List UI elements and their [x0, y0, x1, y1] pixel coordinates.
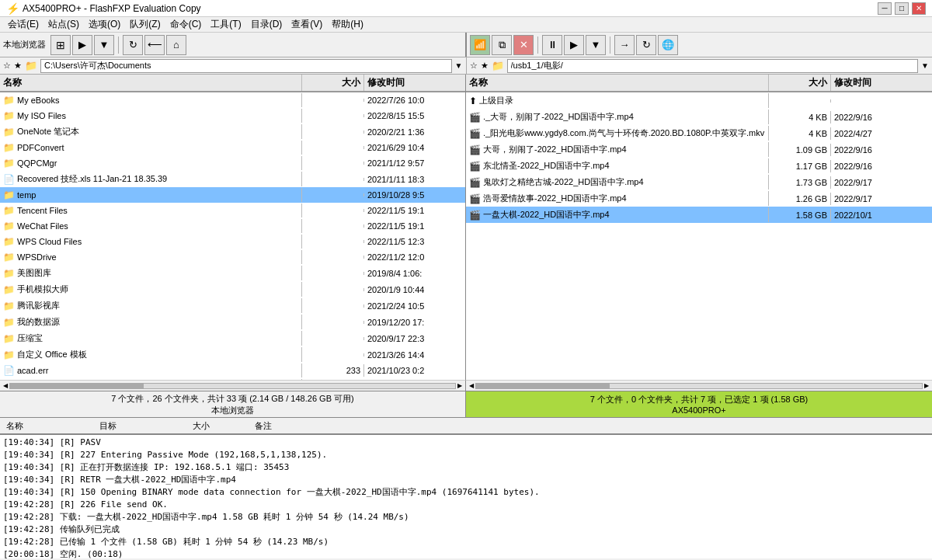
local-address-input[interactable]: [40, 59, 452, 73]
local-file-row[interactable]: 📁 QQPCMgr 2021/1/12 9:57: [0, 155, 465, 171]
local-btn-refresh[interactable]: ↻: [123, 35, 143, 55]
local-btn-home[interactable]: ⌂: [166, 35, 186, 55]
remote-scroll-left[interactable]: ◀: [468, 382, 475, 389]
local-file-name[interactable]: 📁 手机模拟大师: [0, 282, 302, 297]
local-scroll-track[interactable]: [9, 383, 456, 389]
local-btn-arrow[interactable]: ▼: [94, 35, 114, 55]
local-file-name[interactable]: 📁 WPSDrive: [0, 250, 302, 264]
local-file-name[interactable]: 📁 My eBooks: [0, 93, 302, 107]
local-col-date[interactable]: 修改时间: [364, 75, 465, 91]
remote-file-row[interactable]: 🎬 东北情圣-2022_HD国语中字.mp4 1.17 GB 2022/9/16: [466, 158, 932, 174]
remote-scroll-right[interactable]: ▶: [923, 382, 930, 389]
remote-file-row[interactable]: 🎬 ._阳光电影www.ygdy8.com.尚气与十环传奇.2020.BD.10…: [466, 125, 932, 141]
local-file-row[interactable]: 📁 PDFConvert 2021/6/29 10:4: [0, 140, 465, 155]
remote-file-name[interactable]: 🎬 浩哥爱情故事-2022_HD国语中字.mp4: [466, 191, 769, 206]
local-file-name[interactable]: 📁 temp: [0, 188, 302, 202]
remote-file-row[interactable]: 🎬 鬼吹灯之精绝古城-2022_HD国语中字.mp4 1.73 GB 2022/…: [466, 174, 932, 190]
remote-btn-copy[interactable]: ⧉: [492, 35, 512, 55]
local-file-name[interactable]: 📁 WeChat Files: [0, 219, 302, 233]
remote-scroll-thumb[interactable]: [476, 384, 610, 388]
remote-btn-play[interactable]: ▶: [564, 35, 584, 55]
local-file-name[interactable]: 📁 腾讯影视库: [0, 298, 302, 313]
remote-file-name[interactable]: 🎬 ._大哥，别闹了-2022_HD国语中字.mp4: [466, 110, 769, 124]
remote-file-name[interactable]: 🎬 一盘大棋-2022_HD国语中字.mp4: [466, 207, 769, 222]
local-btn1[interactable]: ⊞: [50, 35, 71, 55]
remote-file-row[interactable]: 🎬 大哥，别闹了-2022_HD国语中字.mp4 1.09 GB 2022/9/…: [466, 141, 932, 158]
local-file-row[interactable]: 📁 My ISO Files 2022/8/15 15:5: [0, 108, 465, 123]
close-button[interactable]: ✕: [912, 2, 926, 15]
remote-btn-pause[interactable]: ⏸: [542, 35, 562, 55]
remote-file-row[interactable]: 🎬 一盘大棋-2022_HD国语中字.mp4 1.58 GB 2022/10/1: [466, 207, 932, 223]
local-address-dropdown[interactable]: ▼: [455, 61, 463, 70]
menu-duilie[interactable]: 队列(Z): [125, 17, 165, 32]
remote-file-name[interactable]: ⬆ 上级目录: [466, 93, 769, 108]
remote-file-row[interactable]: 🎬 ._大哥，别闹了-2022_HD国语中字.mp4 4 KB 2022/9/1…: [466, 109, 932, 125]
local-col-size[interactable]: 大小: [302, 75, 364, 91]
menu-mulu[interactable]: 目录(D): [246, 17, 287, 32]
local-file-name[interactable]: 📁 WPS Cloud Files: [0, 235, 302, 249]
local-file-row[interactable]: 📄 Recovered 技经.xls 11-Jan-21 18.35.39 20…: [0, 171, 465, 187]
local-file-row[interactable]: 📁 Tencent Files 2022/11/5 19:1: [0, 203, 465, 218]
local-file-name[interactable]: 📁 My ISO Files: [0, 109, 302, 123]
remote-file-name[interactable]: 🎬 鬼吹灯之精绝古城-2022_HD国语中字.mp4: [466, 175, 769, 190]
remote-btn-globe[interactable]: 🌐: [658, 35, 678, 55]
remote-col-name[interactable]: 名称: [466, 75, 769, 91]
local-scrollbar[interactable]: ◀ ▶: [0, 380, 466, 391]
local-file-row[interactable]: 📁 我的数据源 2019/12/20 17:: [0, 314, 465, 330]
menu-gongju[interactable]: 工具(T): [206, 17, 245, 32]
local-file-row[interactable]: 📁 腾讯影视库 2021/2/24 10:5: [0, 297, 465, 314]
local-file-name[interactable]: 📁 美图图库: [0, 266, 302, 280]
menu-huihua[interactable]: 会话(E): [3, 17, 43, 32]
remote-scroll-track[interactable]: [475, 383, 923, 389]
minimize-button[interactable]: ─: [878, 2, 892, 15]
local-file-row[interactable]: 📁 压缩宝 2020/9/17 22:3: [0, 330, 465, 346]
remote-file-name[interactable]: 🎬 ._阳光电影www.ygdy8.com.尚气与十环传奇.2020.BD.10…: [466, 126, 769, 141]
local-file-name[interactable]: 📁 PDFConvert: [0, 141, 302, 155]
local-file-name[interactable]: 📁 我的数据源: [0, 315, 302, 329]
remote-file-row[interactable]: ⬆ 上级目录: [466, 92, 932, 109]
remote-address-input[interactable]: [507, 59, 919, 73]
remote-file-name[interactable]: 🎬 大哥，别闹了-2022_HD国语中字.mp4: [466, 142, 769, 157]
local-file-name[interactable]: 📁 OneNote 笔记本: [0, 124, 302, 139]
remote-btn-refresh[interactable]: ↻: [636, 35, 656, 55]
local-file-row[interactable]: 📁 temp 2019/10/28 9:5: [0, 187, 465, 203]
local-scroll-left[interactable]: ◀: [2, 382, 9, 389]
remote-btn-transfer[interactable]: →: [614, 35, 635, 55]
local-scroll-right[interactable]: ▶: [456, 382, 464, 389]
local-file-name[interactable]: 📄 acad.err: [0, 363, 302, 377]
maximize-button[interactable]: □: [895, 2, 909, 15]
local-file-row[interactable]: 📁 手机模拟大师 2020/1/9 10:44: [0, 281, 465, 297]
remote-address-dropdown[interactable]: ▼: [921, 61, 929, 70]
local-file-row[interactable]: 📁 My eBooks 2022/7/26 10:0: [0, 92, 465, 108]
local-btn-play[interactable]: ▶: [72, 35, 92, 55]
remote-col-size[interactable]: 大小: [769, 75, 831, 91]
remote-file-row[interactable]: 🎬 浩哥爱情故事-2022_HD国语中字.mp4 1.26 GB 2022/9/…: [466, 190, 932, 207]
local-file-name[interactable]: 📄 Recovered 技经.xls 11-Jan-21 18.35.39: [0, 172, 302, 186]
local-file-row[interactable]: 📁 WPS Cloud Files 2022/11/5 12:3: [0, 234, 465, 249]
menu-bangzhu[interactable]: 帮助(H): [327, 17, 368, 32]
remote-btn-connect[interactable]: 📶: [470, 35, 490, 55]
local-scroll-thumb[interactable]: [10, 384, 144, 388]
local-file-row[interactable]: 📁 OneNote 笔记本 2020/2/21 1:36: [0, 123, 465, 140]
local-file-row[interactable]: 📁 自定义 Office 模板 2021/3/26 14:4: [0, 346, 465, 363]
local-file-name[interactable]: 📁 Tencent Files: [0, 203, 302, 217]
local-file-name[interactable]: 📁 压缩宝: [0, 331, 302, 346]
menu-zhidian[interactable]: 站点(S): [43, 17, 84, 32]
remote-scrollbar[interactable]: ◀ ▶: [466, 380, 932, 391]
remote-col-date[interactable]: 修改时间: [831, 75, 932, 91]
local-file-row[interactable]: 📁 美图图库 2019/8/4 1:06:: [0, 265, 465, 281]
menu-mingling[interactable]: 命令(C): [165, 17, 207, 32]
local-file-row[interactable]: 📁 WeChat Files 2022/11/5 19:1: [0, 218, 465, 234]
local-file-name[interactable]: 📁 自定义 Office 模板: [0, 347, 302, 362]
local-col-name[interactable]: 名称: [0, 75, 302, 91]
remote-btn-arrow[interactable]: ▼: [586, 35, 606, 55]
remote-btn-close[interactable]: ✕: [513, 35, 534, 55]
local-file-row[interactable]: 📄 acad.err 233 2021/10/23 0:2: [0, 363, 465, 378]
menu-chakan[interactable]: 查看(V): [287, 17, 327, 32]
menu-xuanxiang[interactable]: 选项(O): [84, 17, 125, 32]
titlebar-controls[interactable]: ─ □ ✕: [878, 2, 926, 15]
local-file-name[interactable]: 📁 QQPCMgr: [0, 156, 302, 170]
remote-file-name[interactable]: 🎬 东北情圣-2022_HD国语中字.mp4: [466, 158, 769, 173]
local-btn-prev[interactable]: ⟵: [144, 35, 165, 55]
local-file-row[interactable]: 📁 WPSDrive 2022/11/2 12:0: [0, 249, 465, 265]
